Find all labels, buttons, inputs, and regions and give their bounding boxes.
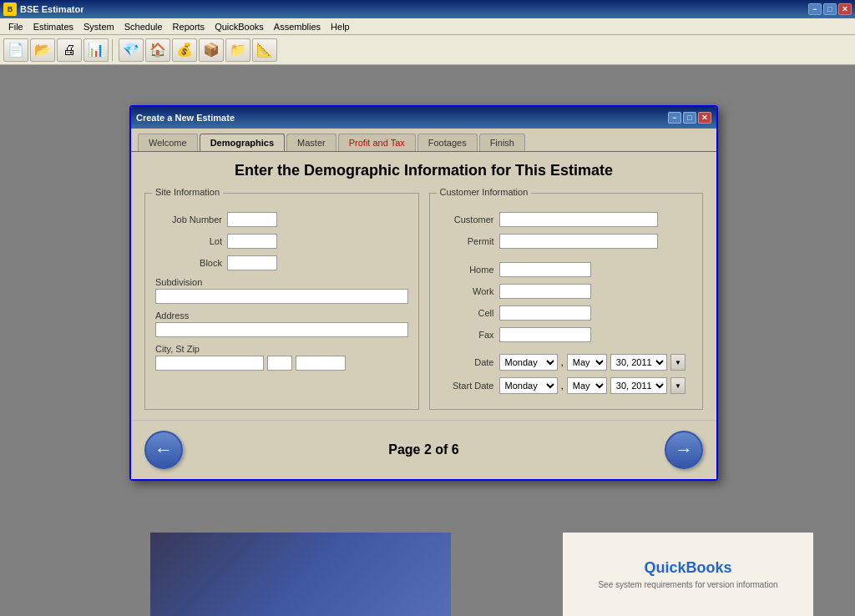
start-date-month-select[interactable]: May (567, 377, 607, 394)
city-inputs (155, 356, 408, 371)
menu-help[interactable]: Help (326, 20, 355, 33)
toolbar-gem[interactable]: 💎 (119, 38, 144, 62)
customer-information-section: Customer Information Customer Permit Hom… (429, 193, 704, 410)
minimize-button[interactable]: − (808, 3, 822, 15)
job-number-row: Job Number (155, 212, 408, 227)
fax-row: Fax (440, 327, 693, 342)
start-date-date-select[interactable]: 30, 2011 (610, 377, 667, 394)
form-columns: Site Information Job Number Lot Block (144, 193, 703, 410)
modal-maximize-button[interactable]: □ (683, 112, 696, 124)
toolbar-folder[interactable]: 📁 (225, 38, 250, 62)
date-month-select[interactable]: May (567, 354, 607, 371)
toolbar-open[interactable]: 📂 (30, 38, 55, 62)
cell-row: Cell (440, 305, 693, 321)
modal-close-button[interactable]: ✕ (698, 112, 711, 124)
address-label: Address (155, 311, 408, 321)
site-information-section: Site Information Job Number Lot Block (144, 193, 419, 410)
address-input[interactable] (155, 322, 408, 337)
create-estimate-dialog: Create a New Estimate − □ ✕ Welcome Demo… (129, 105, 718, 481)
subdivision-input[interactable] (155, 289, 408, 304)
menu-system[interactable]: System (78, 20, 119, 33)
work-label: Work (440, 286, 494, 296)
window-controls: − □ ✕ (808, 3, 852, 15)
desktop: QuickBooks See system requirements for v… (0, 65, 855, 616)
toolbar-home[interactable]: 🏠 (145, 38, 170, 62)
home-input[interactable] (499, 262, 591, 277)
site-section-legend: Site Information (152, 187, 223, 197)
page-heading: Enter the Demographic Information for Th… (144, 162, 703, 179)
block-row: Block (155, 255, 408, 270)
lot-label: Lot (155, 236, 222, 246)
date-date-select[interactable]: 30, 2011 (610, 354, 667, 371)
menu-reports[interactable]: Reports (168, 20, 210, 33)
modal-footer: ← Page 2 of 6 → (131, 420, 716, 479)
home-label: Home (440, 265, 494, 275)
app-icon: B (3, 3, 17, 16)
block-input[interactable] (227, 255, 277, 270)
toolbar-print[interactable]: 🖨 (57, 38, 82, 62)
tab-finish[interactable]: Finish (479, 134, 525, 151)
menu-quickbooks[interactable]: QuickBooks (210, 20, 269, 33)
date-dropdown-button[interactable]: ▼ (670, 354, 686, 371)
tab-master[interactable]: Master (286, 134, 336, 151)
toolbar-money[interactable]: 💰 (172, 38, 197, 62)
cell-input[interactable] (499, 305, 591, 321)
city-input[interactable] (155, 356, 264, 371)
bg-left-image (150, 533, 451, 616)
permit-label: Permit (440, 236, 494, 246)
start-date-row: Start Date Monday , May 30, 2011 (440, 377, 693, 394)
tab-footages[interactable]: Footages (417, 134, 478, 151)
toolbar-ruler[interactable]: 📐 (252, 38, 277, 62)
modal-controls: − □ ✕ (668, 112, 711, 124)
menu-estimates[interactable]: Estimates (28, 20, 78, 33)
modal-minimize-button[interactable]: − (668, 112, 681, 124)
date-select-group: Monday , May 30, 2011 ▼ (499, 354, 686, 371)
menu-schedule[interactable]: Schedule (119, 20, 168, 33)
date-comma: , (561, 356, 564, 368)
page-indicator: Page 2 of 6 (388, 442, 458, 457)
fax-input[interactable] (499, 327, 591, 342)
next-button[interactable]: → (665, 431, 703, 469)
fax-label: Fax (440, 330, 494, 340)
lot-row: Lot (155, 234, 408, 249)
toolbar-new[interactable]: 📄 (3, 38, 28, 62)
toolbar-box[interactable]: 📦 (199, 38, 224, 62)
work-input[interactable] (499, 284, 591, 299)
start-date-day-select[interactable]: Monday (499, 377, 558, 394)
job-number-label: Job Number (155, 215, 222, 225)
tab-welcome[interactable]: Welcome (138, 134, 198, 151)
tab-profit-and-tax[interactable]: Profit and Tax (338, 134, 416, 151)
quickbooks-subtitle: See system requirements for version info… (598, 580, 777, 589)
modal-title: Create a New Estimate (136, 113, 668, 123)
date-day-select[interactable]: Monday (499, 354, 558, 371)
state-input[interactable] (267, 356, 292, 371)
customer-row: Customer (440, 212, 693, 227)
app-title: BSE Estimator (20, 4, 808, 14)
tabs-bar: Welcome Demographics Master Profit and T… (131, 129, 716, 151)
start-date-dropdown-button[interactable]: ▼ (670, 377, 686, 394)
home-row: Home (440, 262, 693, 277)
menu-assemblies[interactable]: Assemblies (269, 20, 326, 33)
customer-input[interactable] (499, 212, 658, 227)
close-button[interactable]: ✕ (838, 3, 852, 15)
toolbar-report[interactable]: 📊 (83, 38, 109, 62)
start-date-select-group: Monday , May 30, 2011 ▼ (499, 377, 686, 394)
app-titlebar: B BSE Estimator − □ ✕ (0, 0, 855, 18)
bg-right-image: QuickBooks See system requirements for v… (563, 533, 813, 616)
tab-demographics[interactable]: Demographics (200, 134, 285, 151)
menu-file[interactable]: File (3, 20, 28, 33)
quickbooks-logo: QuickBooks (644, 559, 731, 577)
job-number-input[interactable] (227, 212, 277, 227)
customer-label: Customer (440, 215, 494, 225)
customer-section-legend: Customer Information (437, 187, 532, 197)
zip-input[interactable] (296, 356, 346, 371)
permit-input[interactable] (499, 234, 658, 249)
start-date-label: Start Date (440, 381, 494, 391)
modal-content: Enter the Demographic Information for Th… (131, 151, 716, 420)
lot-input[interactable] (227, 234, 277, 249)
subdivision-row: Subdivision (155, 277, 408, 304)
back-button[interactable]: ← (144, 431, 183, 469)
modal-titlebar: Create a New Estimate − □ ✕ (131, 107, 716, 129)
maximize-button[interactable]: □ (823, 3, 837, 15)
address-row: Address (155, 311, 408, 337)
